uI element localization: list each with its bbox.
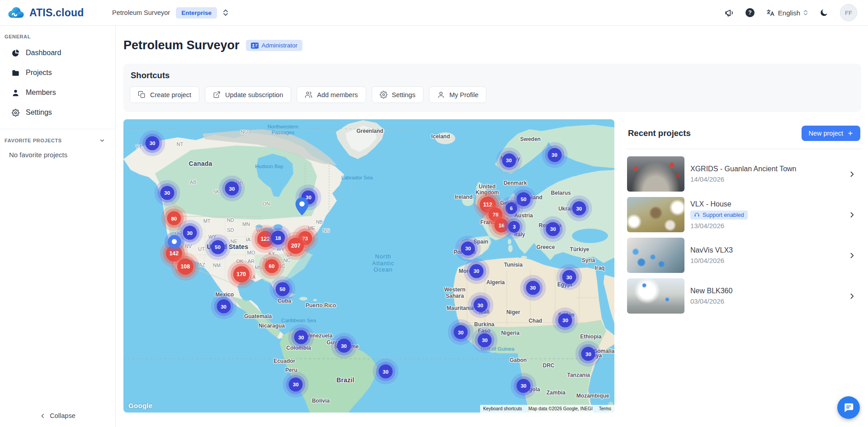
button-label: Update subscription bbox=[225, 91, 283, 99]
map-cluster-30[interactable]: 30 bbox=[469, 264, 483, 278]
keyboard-shortcuts-link[interactable]: Keyboard shortcuts bbox=[480, 405, 525, 413]
top-header: ATIS.cloud Petroleum Surveyor Enterprise… bbox=[0, 0, 868, 26]
map-cluster-30[interactable]: 30 bbox=[473, 298, 487, 312]
map-cluster-30[interactable]: 30 bbox=[146, 136, 160, 150]
map-cluster-30[interactable]: 30 bbox=[562, 270, 576, 284]
update-subscription-button[interactable]: Update subscription bbox=[205, 86, 291, 103]
ancient-town-photo bbox=[627, 156, 684, 192]
map-cluster-30[interactable]: 30 bbox=[461, 241, 475, 255]
folder-icon bbox=[11, 68, 20, 77]
chevron-left-icon bbox=[40, 413, 46, 419]
collapse-button[interactable]: Collapse bbox=[0, 404, 115, 427]
map-cluster-30[interactable]: 30 bbox=[217, 300, 231, 314]
chevron-right-icon[interactable] bbox=[848, 252, 856, 259]
megaphone-icon[interactable] bbox=[725, 8, 734, 18]
map-cluster-30[interactable]: 30 bbox=[160, 186, 174, 200]
panel-divider bbox=[627, 149, 861, 149]
create-project-button[interactable]: Create project bbox=[130, 86, 199, 103]
my-profile-button[interactable]: My Profile bbox=[429, 86, 486, 103]
help-icon[interactable]: ? bbox=[745, 8, 755, 17]
favorites-empty-text: No favorite projects bbox=[0, 147, 115, 162]
add-members-button[interactable]: Add members bbox=[297, 86, 366, 103]
sidebar-item-label: Dashboard bbox=[26, 49, 61, 57]
sidebar-item-projects[interactable]: Projects bbox=[0, 63, 115, 83]
map-cluster-3[interactable]: 3 bbox=[508, 221, 520, 233]
chat-bubble-icon bbox=[843, 402, 854, 413]
map-cluster-30[interactable]: 30 bbox=[478, 333, 492, 347]
brand-name: ATIS.cloud bbox=[29, 7, 84, 19]
project-title: NavVis VLX3 bbox=[690, 246, 842, 254]
chevron-right-icon[interactable] bbox=[848, 170, 856, 178]
project-row-xgrids-guanlan-ancient-town[interactable]: XGRIDS - Guanlan Ancient Town14/04/2026 bbox=[627, 154, 861, 194]
project-row-new-blk360[interactable]: New BLK36003/04/2026 bbox=[627, 276, 861, 316]
sidebar-item-members[interactable]: Members bbox=[0, 83, 115, 103]
pie-chart-icon bbox=[11, 48, 20, 57]
project-date: 10/04/2026 bbox=[690, 257, 842, 264]
id-card-icon bbox=[251, 42, 259, 49]
map-cluster-50[interactable]: 50 bbox=[517, 192, 531, 206]
map-cluster-30[interactable]: 30 bbox=[581, 347, 595, 361]
map-cluster-80[interactable]: 80 bbox=[167, 211, 181, 225]
project-title: New BLK360 bbox=[690, 287, 842, 295]
brand-logo[interactable]: ATIS.cloud bbox=[6, 6, 112, 19]
map-cluster-30[interactable]: 30 bbox=[225, 182, 239, 196]
language-label: English bbox=[778, 9, 800, 17]
map-cluster-30[interactable]: 30 bbox=[502, 153, 516, 167]
workspace-name: Petroleum Surveyor bbox=[112, 9, 170, 16]
map-pin-marker[interactable] bbox=[295, 197, 309, 216]
project-date: 14/04/2026 bbox=[690, 175, 842, 183]
google-logo[interactable]: Google bbox=[128, 402, 152, 409]
settings-button[interactable]: Settings bbox=[372, 86, 424, 103]
language-selector[interactable]: English bbox=[766, 8, 808, 17]
support-enabled-badge: Support enabled bbox=[690, 211, 748, 220]
plan-badge: Enterprise bbox=[176, 7, 217, 19]
map-cluster-30[interactable]: 30 bbox=[294, 330, 308, 344]
map-dot-marker[interactable] bbox=[168, 235, 181, 249]
map-cluster-207[interactable]: 207 bbox=[288, 238, 304, 254]
map-cluster-30[interactable]: 30 bbox=[337, 339, 351, 353]
project-row-navvis-vlx3[interactable]: NavVis VLX310/04/2026 bbox=[627, 235, 861, 276]
map-cluster-30[interactable]: 30 bbox=[558, 313, 572, 327]
moon-icon[interactable] bbox=[819, 8, 829, 18]
chevron-down-icon bbox=[99, 137, 105, 144]
sidebar-item-label: Projects bbox=[26, 69, 52, 77]
role-badge: Administrator bbox=[246, 40, 303, 51]
workspace-switcher-icon[interactable] bbox=[223, 9, 228, 16]
sidebar-item-settings[interactable]: Settings bbox=[0, 103, 115, 122]
map-cluster-108[interactable]: 108 bbox=[177, 258, 193, 275]
map-cluster-50[interactable]: 50 bbox=[211, 240, 225, 254]
map-cluster-18[interactable]: 18 bbox=[271, 231, 285, 245]
project-title: XGRIDS - Guanlan Ancient Town bbox=[690, 165, 842, 173]
project-row-vlx-house[interactable]: VLX - HouseSupport enabled13/04/2026 bbox=[627, 194, 861, 235]
chat-launcher-button[interactable] bbox=[837, 396, 860, 419]
world-map[interactable]: Northwestern PassagesGreenlandIcelandSwe… bbox=[123, 119, 614, 413]
cloud-logo-icon bbox=[6, 6, 25, 19]
map-cluster-30[interactable]: 30 bbox=[547, 148, 561, 162]
recent-projects-title: Recent projects bbox=[628, 128, 691, 138]
chevron-right-icon[interactable] bbox=[848, 211, 856, 219]
chevron-right-icon[interactable] bbox=[848, 292, 856, 300]
person-icon bbox=[11, 88, 20, 97]
map-cluster-50[interactable]: 50 bbox=[275, 282, 289, 296]
new-project-button[interactable]: New project bbox=[802, 126, 860, 141]
map-cluster-30[interactable]: 30 bbox=[183, 226, 197, 240]
map-cluster-30[interactable]: 30 bbox=[378, 365, 392, 379]
sidebar-item-dashboard[interactable]: Dashboard bbox=[0, 43, 115, 63]
map-cluster-60[interactable]: 60 bbox=[264, 259, 278, 273]
map-cluster-30[interactable]: 30 bbox=[546, 222, 560, 236]
map-cluster-16[interactable]: 16 bbox=[495, 218, 509, 232]
map-cluster-6[interactable]: 6 bbox=[505, 202, 517, 214]
sidebar-section-favorites[interactable]: FAVORITE PROJECTS bbox=[0, 129, 115, 147]
tank-site-photo bbox=[627, 278, 684, 314]
terms-link[interactable]: Terms bbox=[596, 405, 614, 413]
map-cluster-30[interactable]: 30 bbox=[517, 379, 531, 393]
avatar[interactable]: FF bbox=[840, 4, 857, 21]
map-cluster-30[interactable]: 30 bbox=[454, 325, 468, 339]
plus-icon bbox=[847, 130, 854, 136]
map-cluster-30[interactable]: 30 bbox=[289, 377, 303, 391]
recent-projects-panel: Recent projects New project XGRIDS - Gua… bbox=[627, 119, 861, 413]
map-cluster-30[interactable]: 30 bbox=[572, 202, 586, 216]
users-icon bbox=[305, 91, 312, 99]
map-cluster-170[interactable]: 170 bbox=[233, 266, 250, 282]
map-cluster-30[interactable]: 30 bbox=[526, 281, 540, 295]
